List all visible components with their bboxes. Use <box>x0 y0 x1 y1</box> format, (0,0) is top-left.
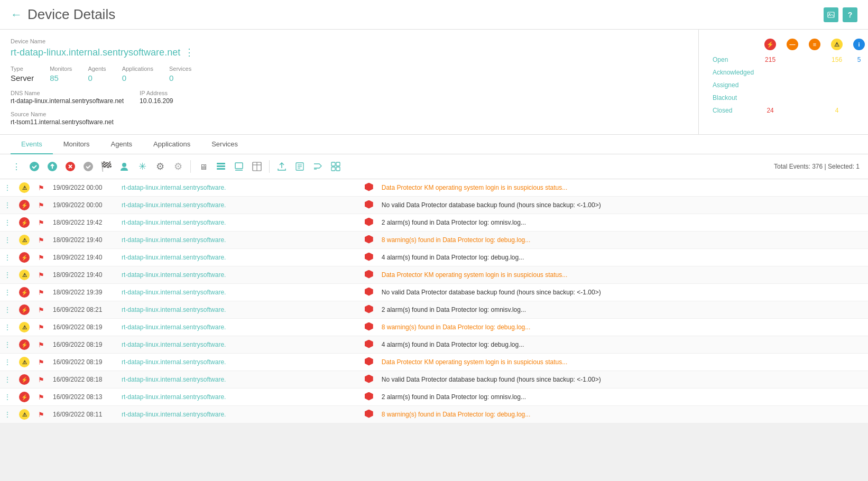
help-icon-button[interactable]: ? <box>843 7 857 22</box>
device-name-value: rt-datap-linux.internal.sentrysoftware.n… <box>11 47 180 58</box>
row-dots[interactable]: ⋮ <box>0 266 15 284</box>
row-flag[interactable]: ⚑ <box>34 336 49 354</box>
table-row: ⋮ ⚡ ⚑ 16/09/2022 08:18 rt-datap-linux.in… <box>0 371 868 388</box>
row-dots[interactable]: ⋮ <box>0 354 15 371</box>
row-flag[interactable]: ⚑ <box>34 354 49 371</box>
stat-agents-value: 0 <box>88 73 106 82</box>
warning-status-icon: ⚠ <box>19 235 30 245</box>
row-host[interactable]: rt-datap-linux.internal.sentrysoftware. <box>117 388 361 406</box>
alert-row: Assigned <box>707 79 868 91</box>
row-flag[interactable]: ⚑ <box>34 371 49 388</box>
row-dots[interactable]: ⋮ <box>0 197 15 214</box>
back-button[interactable]: ← <box>11 8 22 22</box>
row-flag[interactable]: ⚑ <box>34 214 49 232</box>
alert-critical-count <box>759 79 781 91</box>
image-icon-button[interactable] <box>824 7 838 22</box>
row-dots[interactable]: ⋮ <box>0 319 15 336</box>
alert-major-count <box>781 91 804 104</box>
assign-button[interactable] <box>44 159 60 174</box>
row-host[interactable]: rt-datap-linux.internal.sentrysoftware. <box>117 179 361 197</box>
row-dots[interactable]: ⋮ <box>0 336 15 354</box>
table-button[interactable] <box>249 159 265 174</box>
tab-services[interactable]: Services <box>201 135 248 154</box>
device-name-label: Device Name <box>11 38 688 44</box>
row-host[interactable]: rt-datap-linux.internal.sentrysoftware. <box>117 319 361 336</box>
user-button[interactable] <box>116 159 132 174</box>
acknowledge-button[interactable] <box>26 159 42 174</box>
export-button[interactable] <box>274 159 290 174</box>
device-name-row: rt-datap-linux.internal.sentrysoftware.n… <box>11 47 688 58</box>
alert-minor-count <box>804 79 826 91</box>
alert-row-label[interactable]: Open <box>707 53 759 66</box>
source-value: rt-tsom11.internal.sentrysoftware.net <box>11 118 688 126</box>
row-flag[interactable]: ⚑ <box>34 301 49 319</box>
tab-events[interactable]: Events <box>11 135 53 154</box>
row-host[interactable]: rt-datap-linux.internal.sentrysoftware. <box>117 406 361 423</box>
unacknowledge-button[interactable] <box>80 159 96 174</box>
star-button[interactable]: ✳ <box>134 159 150 174</box>
edit-button[interactable] <box>231 159 247 174</box>
meta-ip: IP Address 10.0.16.209 <box>140 90 173 105</box>
advanced-settings-button[interactable]: ⚙ <box>170 159 186 174</box>
alert-warning-count: 4 <box>826 104 848 117</box>
flag-button[interactable]: 🏁 <box>98 159 114 174</box>
row-status: ⚡ <box>15 371 34 388</box>
row-host[interactable]: rt-datap-linux.internal.sentrysoftware. <box>117 266 361 284</box>
row-dots[interactable]: ⋮ <box>0 179 15 197</box>
row-flag[interactable]: ⚑ <box>34 266 49 284</box>
tab-applications[interactable]: Applications <box>143 135 201 154</box>
row-dots[interactable]: ⋮ <box>0 284 15 301</box>
row-host-icon <box>361 266 377 284</box>
shuffle-button[interactable] <box>310 159 326 174</box>
row-flag[interactable]: ⚑ <box>34 319 49 336</box>
row-dots[interactable]: ⋮ <box>0 388 15 406</box>
row-host[interactable]: rt-datap-linux.internal.sentrysoftware. <box>117 336 361 354</box>
row-flag[interactable]: ⚑ <box>34 284 49 301</box>
row-dots[interactable]: ⋮ <box>0 371 15 388</box>
row-flag[interactable]: ⚑ <box>34 249 49 266</box>
notes-button[interactable] <box>292 159 308 174</box>
row-flag[interactable]: ⚑ <box>34 406 49 423</box>
alert-row-label[interactable]: Acknowledged <box>707 66 759 79</box>
toolbar-dots-menu[interactable]: ⋮ <box>8 159 24 174</box>
grid-button[interactable] <box>328 159 344 174</box>
tab-agents[interactable]: Agents <box>100 135 143 154</box>
row-host[interactable]: rt-datap-linux.internal.sentrysoftware. <box>117 214 361 232</box>
alert-row-label[interactable]: Assigned <box>707 79 759 91</box>
row-flag[interactable]: ⚑ <box>34 179 49 197</box>
row-dots[interactable]: ⋮ <box>0 214 15 232</box>
row-flag[interactable]: ⚑ <box>34 232 49 249</box>
row-time: 18/09/2022 19:40 <box>49 249 117 266</box>
row-time: 19/09/2022 00:00 <box>49 179 117 197</box>
stat-monitors-value: 85 <box>50 73 72 82</box>
row-host[interactable]: rt-datap-linux.internal.sentrysoftware. <box>117 301 361 319</box>
svg-rect-8 <box>217 165 225 167</box>
settings-button[interactable]: ⚙ <box>152 159 168 174</box>
alert-row-label[interactable]: Closed <box>707 104 759 117</box>
events-table: ⋮ ⚠ ⚑ 19/09/2022 00:00 rt-datap-linux.in… <box>0 179 868 423</box>
row-dots[interactable]: ⋮ <box>0 249 15 266</box>
row-host[interactable]: rt-datap-linux.internal.sentrysoftware. <box>117 197 361 214</box>
row-host[interactable]: rt-datap-linux.internal.sentrysoftware. <box>117 371 361 388</box>
row-host-icon <box>361 371 377 388</box>
stat-services: Services 0 <box>169 66 191 82</box>
alert-row-label[interactable]: Blackout <box>707 91 759 104</box>
row-dots[interactable]: ⋮ <box>0 232 15 249</box>
row-dots[interactable]: ⋮ <box>0 406 15 423</box>
list-view-button[interactable] <box>213 159 229 174</box>
toolbar: ⋮ 🏁 ✳ ⚙ ⚙ 🖥 <box>0 154 868 179</box>
row-dots[interactable]: ⋮ <box>0 301 15 319</box>
row-host[interactable]: rt-datap-linux.internal.sentrysoftware. <box>117 284 361 301</box>
row-flag[interactable]: ⚑ <box>34 197 49 214</box>
close-event-button[interactable] <box>62 159 78 174</box>
tab-monitors[interactable]: Monitors <box>53 135 100 154</box>
table-row: ⋮ ⚡ ⚑ 19/09/2022 00:00 rt-datap-linux.in… <box>0 197 868 214</box>
device-menu-dots[interactable]: ⋮ <box>184 47 194 58</box>
row-host[interactable]: rt-datap-linux.internal.sentrysoftware. <box>117 249 361 266</box>
row-host[interactable]: rt-datap-linux.internal.sentrysoftware. <box>117 232 361 249</box>
monitor-view-button[interactable]: 🖥 <box>195 159 211 174</box>
row-host[interactable]: rt-datap-linux.internal.sentrysoftware. <box>117 354 361 371</box>
row-flag[interactable]: ⚑ <box>34 388 49 406</box>
row-host-icon <box>361 301 377 319</box>
warning-status-icon: ⚠ <box>19 322 30 332</box>
